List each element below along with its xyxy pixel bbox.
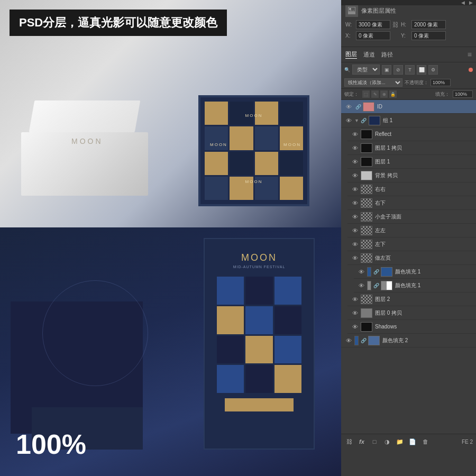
y-input[interactable]	[411, 31, 446, 40]
filter-icon-1[interactable]: ▣	[382, 65, 391, 75]
link-icon[interactable]: ⛓	[392, 21, 399, 29]
layer-item-id[interactable]: 👁 🔗 ID	[341, 100, 476, 114]
group-arrow-icon[interactable]: ▼	[354, 118, 359, 123]
eye-icon[interactable]: 👁	[344, 104, 353, 110]
eye-icon[interactable]: 👁	[351, 214, 359, 220]
layers-menu-icon[interactable]: ≡	[468, 50, 472, 59]
layer-name: 右下	[375, 199, 473, 207]
eye-icon[interactable]: 👁	[344, 337, 353, 344]
add-mask-icon[interactable]: □	[370, 437, 379, 446]
blend-mode-select[interactable]: 线性减淡（添加...	[344, 78, 402, 87]
eye-icon[interactable]: 👁	[351, 241, 359, 248]
properties-section: 像素图层属性 W: ⛓ H: X: ⛓ Y:	[341, 0, 476, 47]
eye-icon[interactable]: 👁	[351, 227, 359, 234]
eye-icon[interactable]: 👁	[351, 159, 359, 165]
layer-item-reflect[interactable]: 👁 Reflect	[347, 127, 476, 141]
lock-position-icon[interactable]: ✎	[371, 90, 379, 98]
properties-header: 像素图层属性	[345, 4, 472, 17]
grid-cell	[255, 152, 278, 175]
tab-channels[interactable]: 通道	[363, 51, 375, 59]
layer-link-icon[interactable]: 🔗	[372, 283, 380, 288]
width-row: W: ⛓ H:	[345, 20, 472, 29]
layer-thumb	[361, 308, 372, 318]
layer-link-icon[interactable]: 🔗	[354, 104, 362, 109]
moon-title: MOON	[241, 252, 277, 263]
top-scrollbar[interactable]: ◀ ▶	[341, 0, 476, 5]
lock-row: 锁定： ⬚ ✎ ⊕ 🔒 填充：	[341, 89, 476, 100]
layer-item-color-fill-2[interactable]: 👁 🔗 颜色填充 2	[341, 334, 476, 347]
bd-cell	[245, 336, 272, 364]
eye-icon[interactable]: 👁	[351, 310, 359, 316]
main-content-area: PSD分层，逼真光影可以随意更改颜色 MOON	[0, 0, 341, 476]
layer-item-shadows[interactable]: 👁 Shadows	[347, 320, 476, 334]
light-box-top	[29, 100, 141, 132]
layer-link-icon[interactable]: 🔗	[360, 118, 368, 123]
scroll-left-icon[interactable]: ◀	[461, 0, 465, 5]
layer-link-icon[interactable]: 🔗	[360, 338, 367, 343]
x-input[interactable]	[356, 31, 390, 40]
opacity-input[interactable]	[431, 79, 451, 86]
filter-type-select[interactable]: 类型	[352, 65, 380, 75]
eye-icon[interactable]: 👁	[351, 131, 359, 138]
layer-item-layer0-copy[interactable]: 👁 图层 0 拷贝	[347, 306, 476, 320]
layer-item-left-bottom[interactable]: 👁 左下	[347, 237, 476, 251]
layers-tabs-row: 图层 通道 路径 ≡	[341, 47, 476, 62]
filter-icon-3[interactable]: T	[405, 65, 415, 75]
layer-item-group1[interactable]: 👁 ▼ 🔗 组 1	[341, 114, 476, 127]
bd-cell	[274, 365, 301, 393]
eye-icon[interactable]: 👁	[351, 145, 359, 151]
tab-layers[interactable]: 图层	[345, 50, 357, 59]
width-input[interactable]	[356, 20, 390, 29]
new-group-icon[interactable]: 📁	[395, 437, 405, 446]
eye-icon[interactable]: 👁	[344, 117, 353, 124]
layer-thumb	[361, 143, 372, 153]
layer-item-small-box-top[interactable]: 👁 小盒子顶面	[347, 210, 476, 224]
tab-paths[interactable]: 路径	[381, 51, 393, 59]
new-layer-icon[interactable]: 📄	[408, 437, 417, 446]
lock-pixel-icon[interactable]: ⬚	[362, 90, 370, 98]
layer-item-layer2[interactable]: 👁 图层 2	[347, 292, 476, 306]
grid-cell	[255, 126, 278, 150]
title-banner: PSD分层，逼真光影可以随意更改颜色	[10, 10, 227, 36]
eye-icon[interactable]: 👁	[357, 282, 365, 289]
eye-icon[interactable]: 👁	[351, 172, 359, 179]
layer-name: 小盒子顶面	[375, 213, 473, 221]
layer-item-layer1-copy[interactable]: 👁 图层 1 拷贝	[347, 141, 476, 155]
link-layers-icon[interactable]: ⛓	[344, 437, 354, 446]
lock-all-icon[interactable]: 🔒	[389, 90, 397, 98]
x-label: X:	[345, 33, 356, 39]
layer-thumb	[361, 171, 372, 180]
layer-item-right-right[interactable]: 👁 右右	[347, 182, 476, 196]
layer-item-color-fill-1b[interactable]: 👁 🔗 颜色填充 1	[354, 279, 476, 292]
eye-icon[interactable]: 👁	[351, 186, 359, 193]
layer-name: 图层 0 拷贝	[375, 309, 473, 317]
grid-cell	[205, 102, 228, 125]
eye-icon[interactable]: 👁	[351, 255, 359, 261]
layer-thumb	[368, 336, 380, 345]
filter-icon-5[interactable]: ⚙	[428, 65, 438, 75]
fill-input[interactable]	[453, 90, 473, 98]
layer-item-left-left[interactable]: 👁 左左	[347, 224, 476, 237]
bd-cell	[274, 277, 301, 305]
delete-layer-icon[interactable]: 🗑	[420, 437, 430, 446]
layer-item-color-fill-1a[interactable]: 👁 🔗 颜色填充 1	[354, 265, 476, 279]
lock-label: 锁定：	[344, 91, 359, 98]
scroll-right-icon[interactable]: ▶	[469, 0, 473, 5]
layer-name: ID	[377, 104, 473, 109]
eye-icon[interactable]: 👁	[351, 324, 359, 330]
filter-icon-2[interactable]: ⊘	[393, 65, 403, 75]
lock-artboard-icon[interactable]: ⊕	[380, 90, 388, 98]
eye-icon[interactable]: 👁	[351, 296, 359, 303]
layer-item-bg-copy[interactable]: 👁 背景 拷贝	[347, 169, 476, 182]
adjustment-icon[interactable]: ◑	[382, 437, 392, 446]
eye-icon[interactable]: 👁	[357, 269, 365, 275]
layer-link-icon[interactable]: 🔗	[372, 269, 380, 274]
eye-icon[interactable]: 👁	[351, 200, 359, 206]
fx-icon[interactable]: fx	[357, 437, 367, 446]
height-input[interactable]	[411, 20, 446, 29]
layer-item-left-page[interactable]: 👁 做左页	[347, 251, 476, 265]
layer-item-right-bottom[interactable]: 👁 右下	[347, 196, 476, 210]
svg-point-2	[349, 8, 351, 10]
filter-icon-4[interactable]: ⬜	[417, 65, 426, 75]
layer-item-layer1[interactable]: 👁 图层 1	[347, 155, 476, 169]
